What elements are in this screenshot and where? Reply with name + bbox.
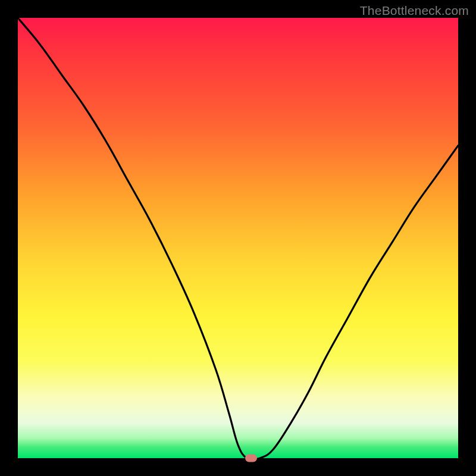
bottleneck-curve-path bbox=[18, 18, 458, 458]
bottleneck-curve bbox=[18, 18, 458, 458]
chart-stage: TheBottleneck.com bbox=[0, 0, 476, 476]
watermark-label: TheBottleneck.com bbox=[360, 4, 469, 18]
plot-area bbox=[18, 18, 458, 458]
optimal-point-marker bbox=[245, 455, 257, 462]
